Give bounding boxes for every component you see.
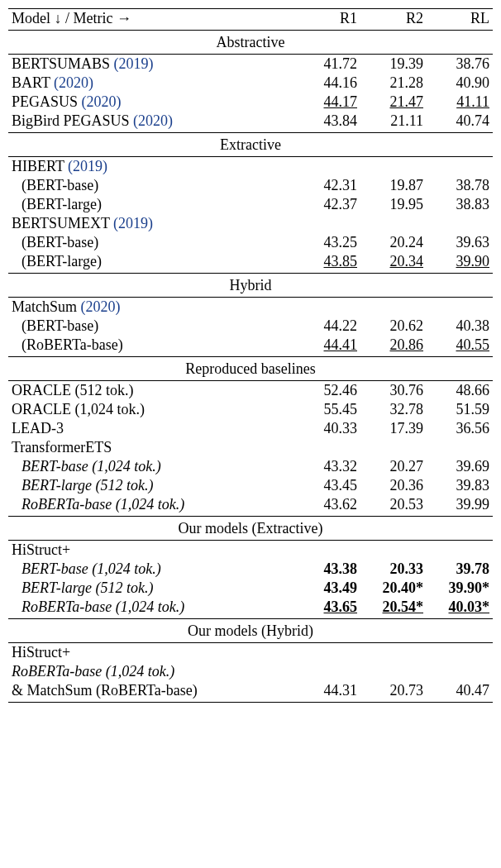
table-row: LEAD-3 40.33 17.39 36.56	[8, 419, 493, 438]
table-row: (RoBERTa-base) 44.41 20.86 40.55	[8, 336, 493, 357]
r1: 42.37	[294, 195, 360, 214]
cite-link[interactable]: (2020)	[81, 298, 121, 315]
rl: 40.38	[427, 317, 493, 336]
rl: 48.66	[427, 381, 493, 401]
model-variant: (BERT-base)	[8, 317, 294, 336]
table-row: BERTSUMABS (2019) 41.72 19.39 38.76	[8, 55, 493, 74]
r1: 44.41	[324, 336, 358, 353]
model-variant: & MatchSum (RoBERTa-base)	[8, 681, 294, 703]
rl: 38.78	[427, 176, 493, 195]
table-row: ORACLE (512 tok.) 52.46 30.76 48.66	[8, 381, 493, 401]
r1: 44.16	[294, 74, 360, 93]
table-row: BERTSUMEXT (2019)	[8, 214, 493, 233]
model-name: HiStruct+	[8, 643, 294, 663]
r1: 43.65	[324, 599, 358, 615]
r1: 43.25	[294, 233, 360, 252]
table-row: PEGASUS (2020) 44.17 21.47 41.11	[8, 93, 493, 112]
rl: 40.03*	[449, 599, 490, 615]
r2: 20.73	[360, 681, 427, 703]
r2: 20.62	[360, 317, 427, 336]
table-row: BERT-large (512 tok.) 43.49 20.40* 39.90…	[8, 579, 493, 598]
model-variant: (BERT-large)	[8, 252, 294, 274]
cite-link[interactable]: (2019)	[68, 158, 107, 174]
table-row: (BERT-large) 42.37 19.95 38.83	[8, 195, 493, 214]
r2: 19.39	[360, 55, 427, 74]
cite-link[interactable]: (2020)	[54, 74, 93, 91]
r1: 52.46	[294, 381, 360, 401]
model-name: TransformerETS	[8, 438, 294, 457]
rl: 38.76	[427, 55, 493, 74]
model-variant: (RoBERTa-base)	[8, 336, 294, 357]
r2: 20.54*	[383, 599, 424, 615]
model-name: ORACLE (1,024 tok.)	[8, 400, 294, 419]
table-row: HIBERT (2019)	[8, 157, 493, 177]
rl: 39.69	[427, 457, 493, 476]
section-abstractive: Abstractive	[8, 31, 493, 55]
r1: 43.32	[294, 457, 360, 476]
table-row: BigBird PEGASUS (2020) 43.84 21.11 40.74	[8, 112, 493, 133]
model-variant: (BERT-large)	[8, 195, 294, 214]
r1: 43.45	[294, 476, 360, 495]
model-name: BigBird PEGASUS	[12, 112, 130, 129]
col-model: Model ↓ / Metric →	[8, 9, 294, 31]
cite-link[interactable]: (2019)	[113, 215, 153, 231]
col-rl: RL	[427, 9, 493, 31]
table-row: (BERT-base) 43.25 20.24 39.63	[8, 233, 493, 252]
r1: 42.31	[294, 176, 360, 195]
section-extractive: Extractive	[8, 133, 493, 157]
section-our-hybrid: Our models (Hybrid)	[8, 619, 493, 643]
r2: 21.11	[360, 112, 427, 133]
model-name: HiStruct+	[8, 541, 294, 560]
model-name: PEGASUS	[12, 93, 78, 110]
rl: 39.63	[427, 233, 493, 252]
table-row: (BERT-base) 44.22 20.62 40.38	[8, 317, 493, 336]
section-hybrid: Hybrid	[8, 274, 493, 298]
model-name: MatchSum	[12, 298, 77, 315]
model-name: BERTSUMABS	[12, 55, 110, 72]
r1: 44.22	[294, 317, 360, 336]
table-row: BART (2020) 44.16 21.28 40.90	[8, 74, 493, 93]
model-variant: BERT-large (512 tok.)	[8, 579, 294, 598]
table-row: MatchSum (2020)	[8, 298, 493, 317]
model-variant: RoBERTa-base (1,024 tok.)	[8, 662, 294, 681]
table-row: ORACLE (1,024 tok.) 55.45 32.78 51.59	[8, 400, 493, 419]
results-table: Model ↓ / Metric → R1 R2 RL Abstractive …	[8, 8, 493, 703]
r1: 43.62	[294, 495, 360, 517]
model-variant: BERT-base (1,024 tok.)	[8, 560, 294, 579]
cite-link[interactable]: (2019)	[113, 55, 153, 72]
r2: 20.24	[360, 233, 427, 252]
r2: 21.47	[390, 93, 424, 110]
model-name: LEAD-3	[8, 419, 294, 438]
rl: 40.90	[427, 74, 493, 93]
col-r1: R1	[294, 9, 360, 31]
r2: 20.86	[390, 336, 424, 353]
rl: 39.78	[427, 560, 493, 579]
rl: 40.74	[427, 112, 493, 133]
model-name: ORACLE (512 tok.)	[8, 381, 294, 401]
table-row: BERT-base (1,024 tok.) 43.32 20.27 39.69	[8, 457, 493, 476]
table-row: BERT-large (512 tok.) 43.45 20.36 39.83	[8, 476, 493, 495]
rl: 39.83	[427, 476, 493, 495]
cite-link[interactable]: (2020)	[82, 93, 122, 110]
r1: 43.49	[294, 579, 360, 598]
rl: 39.90	[456, 253, 490, 269]
rl: 40.47	[427, 681, 493, 703]
r1: 44.31	[294, 681, 360, 703]
r1: 55.45	[294, 400, 360, 419]
model-variant: RoBERTa-base (1,024 tok.)	[8, 598, 294, 619]
section-our-extractive: Our models (Extractive)	[8, 517, 493, 541]
r2: 20.53	[360, 495, 427, 517]
table-row: RoBERTa-base (1,024 tok.) 43.62 20.53 39…	[8, 495, 493, 517]
r2: 20.36	[360, 476, 427, 495]
model-name: BERTSUMEXT	[12, 215, 110, 231]
r2: 17.39	[360, 419, 427, 438]
cite-link[interactable]: (2020)	[133, 112, 173, 129]
r1: 43.84	[294, 112, 360, 133]
r2: 19.95	[360, 195, 427, 214]
table-row: (BERT-large) 43.85 20.34 39.90	[8, 252, 493, 274]
rl: 40.55	[456, 336, 490, 353]
r1: 43.38	[294, 560, 360, 579]
model-variant: BERT-large (512 tok.)	[8, 476, 294, 495]
model-variant: RoBERTa-base (1,024 tok.)	[8, 495, 294, 517]
r2: 19.87	[360, 176, 427, 195]
